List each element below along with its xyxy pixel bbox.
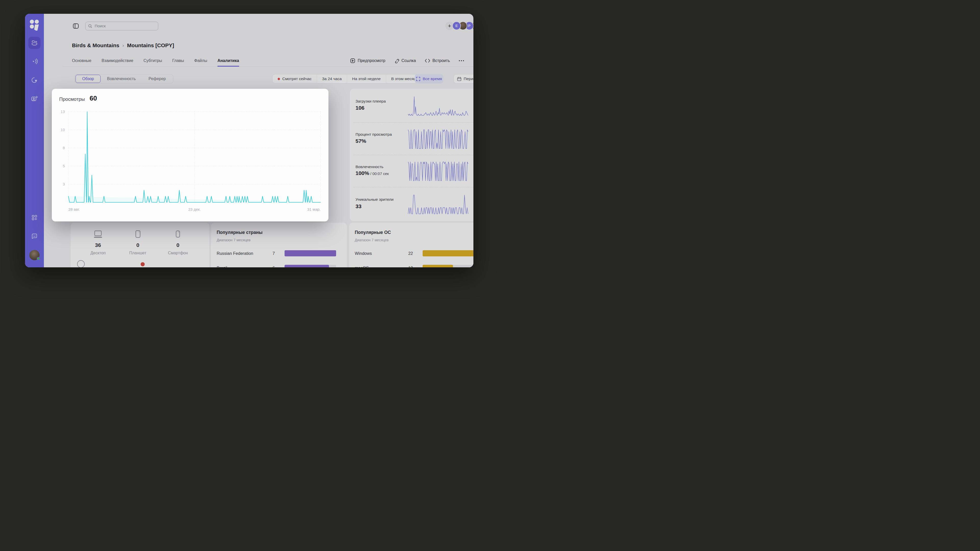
period-button[interactable]: Период — [453, 74, 473, 83]
sidebar-collapse-button[interactable] — [73, 23, 79, 29]
metric-value-number: 33 — [355, 203, 361, 209]
svg-text:13: 13 — [60, 110, 65, 114]
bar-label: Russian Federation — [217, 251, 253, 256]
time-button-label: В этом месяце — [391, 76, 418, 81]
views-line-chart: 358101328 авг.23 дек.31 мар. — [52, 89, 328, 221]
chat-bubble-icon — [31, 232, 38, 240]
embed-button[interactable]: Встроить — [425, 59, 450, 63]
user-avatar[interactable] — [29, 250, 40, 260]
device-label: Десктоп — [83, 251, 113, 256]
sidebar — [25, 14, 44, 267]
metric-sparkline — [408, 194, 468, 214]
metric-row-2: Вовлеченность100% / 00:07 сек — [350, 155, 473, 187]
time-button-1[interactable]: За 24 часа — [317, 75, 347, 83]
metric-label: Вовлеченность — [355, 165, 383, 169]
time-range-group: Смотрят сейчасЗа 24 часаНа этой неделеВ … — [272, 74, 423, 83]
metric-row-1: Процент просмотра57% — [350, 122, 473, 155]
os-card: Популярные ОСДиапазон 7 месяцевWindows22… — [349, 223, 473, 267]
preview-play-icon — [350, 58, 355, 63]
avatar-stack[interactable]: EP — [452, 21, 473, 30]
all-time-button[interactable]: Все время — [415, 74, 443, 83]
device-count: 0 — [123, 242, 153, 248]
video-library-icon — [31, 39, 38, 46]
tab-Главы[interactable]: Главы — [172, 55, 184, 67]
bar-label: Brazil — [217, 265, 227, 267]
avatar-E[interactable]: E — [452, 21, 461, 30]
segment-Обзор[interactable]: Обзор — [76, 75, 100, 83]
link-button[interactable]: Ссылка — [394, 58, 416, 63]
segment-Вовлеченность[interactable]: Вовлеченность — [100, 75, 142, 83]
calendar-icon — [457, 77, 461, 81]
video-actions: ПредпросмотрСсылкаВстроить — [350, 55, 464, 67]
metric-label: Уникальные зрители — [355, 197, 393, 202]
breadcrumb-parent[interactable]: Birds & Mountains — [72, 42, 119, 48]
metric-value-secondary: / 00:07 сек — [369, 171, 389, 176]
bar-value: 22 — [403, 251, 413, 256]
metric-value: 33 — [355, 203, 361, 210]
device-Планшет: 0Планшет — [123, 230, 153, 256]
speaker-person-icon — [30, 95, 38, 102]
all-time-label: Все время — [423, 76, 442, 81]
fullscreen-brackets-icon — [416, 77, 420, 81]
device-label: Смартфон — [162, 251, 193, 256]
preview-button[interactable]: Предпросмотр — [350, 58, 385, 63]
device-count: 36 — [83, 242, 113, 248]
search-box[interactable] — [85, 22, 158, 30]
metric-value-number: 57% — [355, 138, 366, 144]
card-subtitle: Диапазон 7 месяцев — [217, 238, 251, 242]
countries-card: Популярные страныДиапазон 7 месяцевRussi… — [211, 223, 347, 267]
tab-Файлы[interactable]: Файлы — [194, 55, 207, 67]
metric-value-number: 100% — [355, 170, 369, 176]
device-count: 0 — [162, 242, 193, 248]
time-button-label: За 24 часа — [322, 76, 342, 81]
views-chart-card: Просмотры 60 358101328 авг.23 дек.31 мар… — [52, 89, 328, 221]
svg-text:23 дек.: 23 дек. — [188, 207, 201, 211]
sidebar-item-voice[interactable] — [28, 92, 41, 105]
preview-label: Предпросмотр — [358, 59, 385, 63]
metric-sparkline — [408, 95, 468, 116]
search-icon — [88, 24, 92, 28]
more-button[interactable] — [458, 60, 464, 62]
bar-fill — [423, 265, 453, 267]
sidebar-item-apps[interactable] — [28, 211, 41, 224]
bar-fill — [285, 250, 336, 256]
search-input[interactable] — [94, 24, 156, 29]
sidebar-item-stream[interactable] — [28, 55, 41, 67]
live-dot — [278, 78, 280, 80]
app-logo — [30, 19, 40, 30]
metric-row-0: Загрузки плеера106 — [350, 89, 473, 122]
svg-text:5: 5 — [63, 164, 65, 168]
tab-Аналитика[interactable]: Аналитика — [218, 55, 239, 67]
embed-label: Встроить — [433, 59, 450, 63]
embed-code-icon — [425, 59, 430, 63]
card-subtitle: Диапазон 7 месяцев — [355, 238, 389, 242]
browser-dot-icon — [141, 262, 145, 266]
bar-label: macOS — [355, 265, 369, 267]
time-button-label: Смотрят сейчас — [282, 76, 312, 81]
metric-sparkline — [408, 129, 468, 149]
time-button-0[interactable]: Смотрят сейчас — [272, 75, 317, 83]
device-Смартфон: 0Смартфон — [162, 230, 193, 256]
metric-row-3: Уникальные зрители33 — [350, 187, 473, 221]
svg-text:3: 3 — [63, 182, 65, 186]
section-tabs: ОсновныеВзаимодействиеСубтитрыГлавыФайлы… — [72, 55, 239, 67]
card-title: Популярные ОС — [355, 230, 391, 235]
segment-Реферер[interactable]: Реферер — [142, 75, 172, 83]
sidebar-item-support-chat[interactable] — [28, 230, 41, 242]
metric-value: 106 — [355, 105, 364, 111]
analytics-view-switch: ОбзорВовлеченностьРеферер — [75, 74, 173, 83]
sidebar-item-analytics[interactable] — [28, 74, 41, 86]
tab-Взаимодействие[interactable]: Взаимодействие — [102, 55, 133, 67]
collapse-panel-icon — [73, 23, 79, 29]
tab-Основные[interactable]: Основные — [72, 55, 91, 67]
metric-sparkline — [408, 161, 468, 181]
desktop-icon — [83, 230, 113, 240]
browser-icon — [77, 260, 85, 267]
bar-fill — [285, 265, 329, 267]
tab-Субтитры[interactable]: Субтитры — [143, 55, 162, 67]
broadcast-icon — [31, 58, 38, 65]
metric-value-number: 106 — [355, 105, 364, 111]
metric-value: 100% / 00:07 сек — [355, 170, 389, 176]
time-button-2[interactable]: На этой неделе — [347, 75, 386, 83]
sidebar-item-library[interactable] — [28, 37, 41, 49]
